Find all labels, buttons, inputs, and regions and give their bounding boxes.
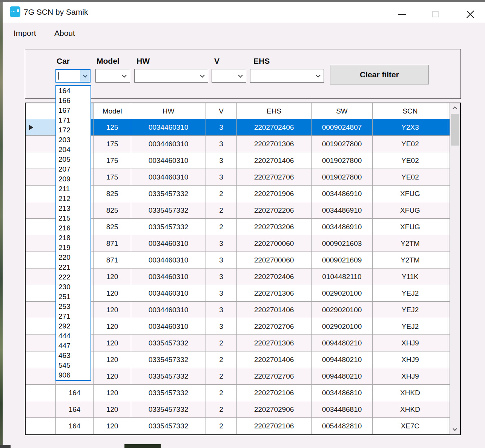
car-dropdown-option[interactable]: 209 (56, 174, 91, 184)
grid-cell-sw[interactable]: 0009024807 (312, 119, 373, 136)
grid-cell-hw[interactable]: 0034460310 (131, 285, 206, 302)
grid-cell-ehs[interactable]: 2202701906 (237, 186, 312, 202)
grid-cell-scn[interactable]: YEJ2 (373, 318, 448, 335)
grid-cell-ehs[interactable]: 2202701406 (237, 302, 312, 318)
grid-cell-scn[interactable]: Y2TM (373, 252, 448, 268)
car-dropdown-option[interactable]: 447 (56, 341, 91, 351)
grid-cell-scn[interactable]: XFUG (373, 219, 448, 235)
grid-cell-scn[interactable]: XHKD (373, 385, 448, 401)
grid-cell-sw[interactable]: 0029020100 (312, 302, 373, 318)
car-dropdown-option[interactable]: 213 (56, 204, 91, 213)
row-header-cell[interactable] (26, 385, 56, 401)
grid-cell-sw[interactable]: 0019027800 (312, 169, 373, 186)
car-dropdown-option[interactable]: 171 (56, 115, 91, 125)
grid-cell-model[interactable]: 120 (94, 401, 131, 418)
grid-cell-ehs[interactable]: 2202701306 (237, 285, 312, 302)
grid-cell-model[interactable]: 120 (94, 335, 131, 351)
grid-cell-ehs[interactable]: 2202703206 (237, 219, 312, 235)
grid-cell-ehs[interactable]: 2202702706 (237, 368, 312, 385)
grid-cell-model[interactable]: 175 (94, 136, 131, 152)
grid-cell-model[interactable]: 825 (94, 219, 131, 235)
grid-cell-sw[interactable]: 0104482110 (312, 268, 373, 285)
grid-cell-v[interactable]: 3 (206, 318, 237, 335)
grid-cell-hw[interactable]: 0034460310 (131, 318, 206, 335)
grid-cell-hw[interactable]: 0335457332 (131, 219, 206, 235)
row-header-cell[interactable] (26, 268, 56, 285)
row-header-cell[interactable] (26, 401, 56, 418)
grid-cell-hw[interactable]: 0335457332 (131, 385, 206, 401)
model-combobox[interactable] (95, 69, 130, 83)
grid-cell-v[interactable]: 3 (206, 302, 237, 318)
grid-cell-sw[interactable]: 0009021609 (312, 252, 373, 268)
grid-cell-v[interactable]: 2 (206, 368, 237, 385)
grid-cell-hw[interactable]: 0034460310 (131, 152, 206, 169)
grid-cell-v[interactable]: 2 (206, 401, 237, 418)
grid-cell-car[interactable]: 164 (56, 385, 94, 401)
grid-cell-hw[interactable]: 0335457332 (131, 368, 206, 385)
grid-cell-hw[interactable]: 0335457332 (131, 401, 206, 418)
car-dropdown-option[interactable]: 251 (56, 292, 91, 302)
grid-cell-hw[interactable]: 0335457332 (131, 351, 206, 368)
grid-cell-model[interactable]: 120 (94, 351, 131, 368)
grid-cell-v[interactable]: 2 (206, 418, 237, 434)
grid-cell-ehs[interactable]: 2202701406 (237, 351, 312, 368)
car-dropdown-option[interactable]: 207 (56, 164, 91, 174)
scrollbar-thumb[interactable] (451, 114, 459, 146)
grid-cell-model[interactable]: 120 (94, 418, 131, 434)
row-header-cell[interactable] (26, 368, 56, 385)
grid-cell-hw[interactable]: 0335457332 (131, 202, 206, 219)
grid-cell-scn[interactable]: YEJ2 (373, 302, 448, 318)
grid-cell-v[interactable]: 3 (206, 119, 237, 136)
grid-cell-hw[interactable]: 0034460310 (131, 252, 206, 268)
grid-cell-hw[interactable]: 0335457332 (131, 418, 206, 434)
grid-cell-v[interactable]: 3 (206, 152, 237, 169)
row-header-cell[interactable] (26, 418, 56, 434)
table-row[interactable]: 1641200335457332222027021060054482810XE7… (26, 418, 450, 434)
car-dropdown-option[interactable]: 203 (56, 135, 91, 145)
scroll-down-button[interactable] (450, 425, 460, 434)
hw-combobox[interactable] (134, 69, 208, 83)
grid-cell-v[interactable]: 3 (206, 285, 237, 302)
car-dropdown-option[interactable]: 166 (56, 96, 91, 106)
ehs-combobox[interactable] (250, 69, 324, 83)
grid-cell-scn[interactable]: Y11K (373, 268, 448, 285)
car-dropdown-option[interactable]: 219 (56, 243, 91, 253)
car-dropdown-option[interactable]: 463 (56, 351, 91, 361)
grid-cell-sw[interactable]: 0094480210 (312, 368, 373, 385)
grid-cell-scn[interactable]: YEJ2 (373, 285, 448, 302)
car-dropdown-option[interactable]: 230 (56, 282, 91, 292)
grid-cell-model[interactable]: 120 (94, 285, 131, 302)
car-dropdown-option[interactable]: 906 (56, 370, 91, 380)
scroll-up-button[interactable] (450, 103, 460, 113)
grid-cell-model[interactable]: 120 (94, 368, 131, 385)
car-dropdown-option[interactable]: 220 (56, 253, 91, 262)
row-header-cell[interactable] (26, 302, 56, 318)
grid-cell-v[interactable]: 3 (206, 252, 237, 268)
grid-cell-ehs[interactable]: 2202702706 (237, 318, 312, 335)
grid-cell-model[interactable]: 825 (94, 186, 131, 202)
grid-cell-v[interactable]: 2 (206, 219, 237, 235)
grid-cell-hw[interactable]: 0335457332 (131, 186, 206, 202)
grid-cell-ehs[interactable]: 2202702706 (237, 169, 312, 186)
table-row[interactable]: 1641200335457332222027029060034486810XHK… (26, 401, 450, 418)
grid-cell-hw[interactable]: 0335457332 (131, 335, 206, 351)
grid-cell-sw[interactable]: 0094480210 (312, 351, 373, 368)
grid-cell-car[interactable]: 164 (56, 418, 94, 434)
grid-cell-ehs[interactable]: 2202702406 (237, 268, 312, 285)
grid-cell-v[interactable]: 3 (206, 169, 237, 186)
grid-cell-ehs[interactable]: 2202701306 (237, 136, 312, 152)
v-combobox[interactable] (212, 69, 246, 83)
grid-cell-ehs[interactable]: 2202702906 (237, 401, 312, 418)
grid-cell-model[interactable]: 175 (94, 169, 131, 186)
car-dropdown-option[interactable]: 167 (56, 106, 91, 115)
grid-cell-ehs[interactable]: 2202700060 (237, 235, 312, 252)
grid-cell-sw[interactable]: 0094480210 (312, 335, 373, 351)
grid-cell-hw[interactable]: 0034460310 (131, 268, 206, 285)
row-header-cell[interactable] (26, 285, 56, 302)
grid-cell-sw[interactable]: 0029020100 (312, 318, 373, 335)
grid-cell-model[interactable]: 175 (94, 152, 131, 169)
grid-cell-sw[interactable]: 0034486910 (312, 186, 373, 202)
car-dropdown-option[interactable]: 545 (56, 361, 91, 370)
grid-header-ehs[interactable]: EHS (237, 103, 312, 119)
grid-cell-model[interactable]: 125 (94, 119, 131, 136)
